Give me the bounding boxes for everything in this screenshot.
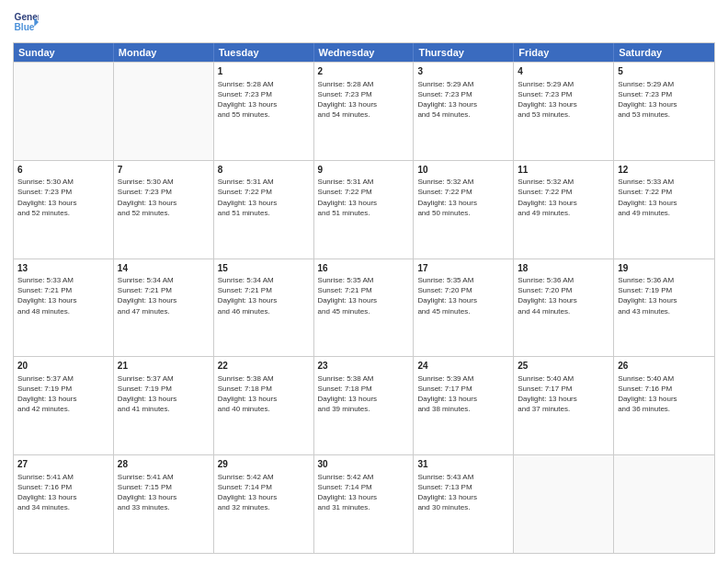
header: General Blue [13,9,715,35]
calendar-cell: 25Sunrise: 5:40 AM Sunset: 7:17 PM Dayli… [514,357,614,454]
day-detail: Sunrise: 5:41 AM Sunset: 7:15 PM Dayligh… [118,472,210,513]
day-number: 13 [17,262,109,275]
day-number: 11 [518,164,609,177]
day-detail: Sunrise: 5:31 AM Sunset: 7:22 PM Dayligh… [218,177,310,218]
calendar-cell: 14Sunrise: 5:34 AM Sunset: 7:21 PM Dayli… [114,259,214,357]
day-detail: Sunrise: 5:33 AM Sunset: 7:22 PM Dayligh… [618,177,711,218]
day-detail: Sunrise: 5:40 AM Sunset: 7:16 PM Dayligh… [618,373,711,415]
day-detail: Sunrise: 5:37 AM Sunset: 7:19 PM Dayligh… [118,373,210,415]
day-header-thursday: Thursday [414,43,514,62]
day-number: 18 [518,262,609,275]
calendar-row-3: 20Sunrise: 5:37 AM Sunset: 7:19 PM Dayli… [14,356,714,454]
calendar-row-0: 1Sunrise: 5:28 AM Sunset: 7:23 PM Daylig… [14,62,714,160]
day-detail: Sunrise: 5:41 AM Sunset: 7:16 PM Dayligh… [17,472,109,513]
day-number: 24 [417,360,509,373]
day-detail: Sunrise: 5:32 AM Sunset: 7:22 PM Dayligh… [518,177,609,218]
day-number: 1 [218,65,310,78]
calendar-cell: 4Sunrise: 5:29 AM Sunset: 7:23 PM Daylig… [514,63,614,160]
day-detail: Sunrise: 5:38 AM Sunset: 7:18 PM Dayligh… [318,373,410,415]
page: General Blue SundayMondayTuesdayWednesda… [0,0,728,563]
day-number: 31 [417,458,509,471]
calendar-cell: 24Sunrise: 5:39 AM Sunset: 7:17 PM Dayli… [414,357,514,454]
day-number: 17 [417,262,509,275]
day-number: 6 [17,164,109,177]
calendar-cell: 5Sunrise: 5:29 AM Sunset: 7:23 PM Daylig… [614,63,714,160]
day-number: 20 [17,360,109,373]
day-detail: Sunrise: 5:29 AM Sunset: 7:23 PM Dayligh… [417,79,509,121]
day-detail: Sunrise: 5:36 AM Sunset: 7:20 PM Dayligh… [518,275,609,316]
day-header-saturday: Saturday [614,43,714,62]
logo: General Blue [13,9,39,35]
day-number: 9 [318,164,410,177]
calendar-cell: 8Sunrise: 5:31 AM Sunset: 7:22 PM Daylig… [214,161,314,259]
day-detail: Sunrise: 5:34 AM Sunset: 7:21 PM Dayligh… [218,275,310,316]
day-header-friday: Friday [514,43,614,62]
day-detail: Sunrise: 5:42 AM Sunset: 7:14 PM Dayligh… [318,472,410,513]
calendar-cell: 19Sunrise: 5:36 AM Sunset: 7:19 PM Dayli… [614,259,714,357]
calendar-cell: 2Sunrise: 5:28 AM Sunset: 7:23 PM Daylig… [314,63,415,160]
day-detail: Sunrise: 5:39 AM Sunset: 7:17 PM Dayligh… [417,373,509,415]
day-detail: Sunrise: 5:38 AM Sunset: 7:18 PM Dayligh… [218,373,310,415]
calendar-cell [514,455,614,553]
day-number: 8 [218,164,310,177]
calendar-cell: 16Sunrise: 5:35 AM Sunset: 7:21 PM Dayli… [314,259,415,357]
day-number: 14 [118,262,210,275]
calendar-cell: 6Sunrise: 5:30 AM Sunset: 7:23 PM Daylig… [14,161,114,259]
day-detail: Sunrise: 5:42 AM Sunset: 7:14 PM Dayligh… [218,472,310,513]
calendar-cell: 22Sunrise: 5:38 AM Sunset: 7:18 PM Dayli… [214,357,314,454]
calendar: SundayMondayTuesdayWednesdayThursdayFrid… [13,42,715,554]
calendar-body: 1Sunrise: 5:28 AM Sunset: 7:23 PM Daylig… [14,62,714,553]
day-detail: Sunrise: 5:34 AM Sunset: 7:21 PM Dayligh… [118,275,210,316]
day-number: 22 [218,360,310,373]
day-number: 10 [417,164,509,177]
day-number: 29 [218,458,310,471]
day-header-monday: Monday [114,43,214,62]
calendar-cell [614,455,714,553]
calendar-cell [14,63,114,160]
calendar-header: SundayMondayTuesdayWednesdayThursdayFrid… [14,43,714,62]
calendar-cell: 17Sunrise: 5:35 AM Sunset: 7:20 PM Dayli… [414,259,514,357]
day-number: 15 [218,262,310,275]
day-number: 27 [17,458,109,471]
day-detail: Sunrise: 5:35 AM Sunset: 7:20 PM Dayligh… [417,275,509,316]
calendar-cell: 15Sunrise: 5:34 AM Sunset: 7:21 PM Dayli… [214,259,314,357]
calendar-cell: 21Sunrise: 5:37 AM Sunset: 7:19 PM Dayli… [114,357,214,454]
day-detail: Sunrise: 5:36 AM Sunset: 7:19 PM Dayligh… [618,275,711,316]
calendar-cell: 18Sunrise: 5:36 AM Sunset: 7:20 PM Dayli… [514,259,614,357]
calendar-cell: 31Sunrise: 5:43 AM Sunset: 7:13 PM Dayli… [414,455,514,553]
day-detail: Sunrise: 5:30 AM Sunset: 7:23 PM Dayligh… [17,177,109,218]
day-number: 7 [118,164,210,177]
day-detail: Sunrise: 5:31 AM Sunset: 7:22 PM Dayligh… [318,177,410,218]
day-number: 2 [318,65,410,78]
calendar-cell: 7Sunrise: 5:30 AM Sunset: 7:23 PM Daylig… [114,161,214,259]
calendar-row-1: 6Sunrise: 5:30 AM Sunset: 7:23 PM Daylig… [14,160,714,259]
day-number: 19 [618,262,711,275]
day-detail: Sunrise: 5:37 AM Sunset: 7:19 PM Dayligh… [17,373,109,415]
calendar-cell: 23Sunrise: 5:38 AM Sunset: 7:18 PM Dayli… [314,357,415,454]
calendar-cell: 30Sunrise: 5:42 AM Sunset: 7:14 PM Dayli… [314,455,415,553]
day-detail: Sunrise: 5:32 AM Sunset: 7:22 PM Dayligh… [417,177,509,218]
day-header-sunday: Sunday [14,43,114,62]
day-number: 5 [618,65,711,78]
calendar-row-4: 27Sunrise: 5:41 AM Sunset: 7:16 PM Dayli… [14,454,714,553]
day-number: 26 [618,360,711,373]
day-detail: Sunrise: 5:29 AM Sunset: 7:23 PM Dayligh… [618,79,711,121]
day-detail: Sunrise: 5:30 AM Sunset: 7:23 PM Dayligh… [118,177,210,218]
day-number: 16 [318,262,410,275]
day-number: 28 [118,458,210,471]
day-number: 3 [417,65,509,78]
calendar-cell: 3Sunrise: 5:29 AM Sunset: 7:23 PM Daylig… [414,63,514,160]
calendar-cell: 20Sunrise: 5:37 AM Sunset: 7:19 PM Dayli… [14,357,114,454]
calendar-cell: 10Sunrise: 5:32 AM Sunset: 7:22 PM Dayli… [414,161,514,259]
day-header-wednesday: Wednesday [314,43,415,62]
day-header-tuesday: Tuesday [214,43,314,62]
day-number: 23 [318,360,410,373]
day-number: 12 [618,164,711,177]
day-number: 4 [518,65,609,78]
calendar-cell: 1Sunrise: 5:28 AM Sunset: 7:23 PM Daylig… [214,63,314,160]
calendar-cell: 28Sunrise: 5:41 AM Sunset: 7:15 PM Dayli… [114,455,214,553]
day-number: 25 [518,360,609,373]
calendar-cell: 9Sunrise: 5:31 AM Sunset: 7:22 PM Daylig… [314,161,415,259]
day-detail: Sunrise: 5:29 AM Sunset: 7:23 PM Dayligh… [518,79,609,121]
day-detail: Sunrise: 5:33 AM Sunset: 7:21 PM Dayligh… [17,275,109,316]
